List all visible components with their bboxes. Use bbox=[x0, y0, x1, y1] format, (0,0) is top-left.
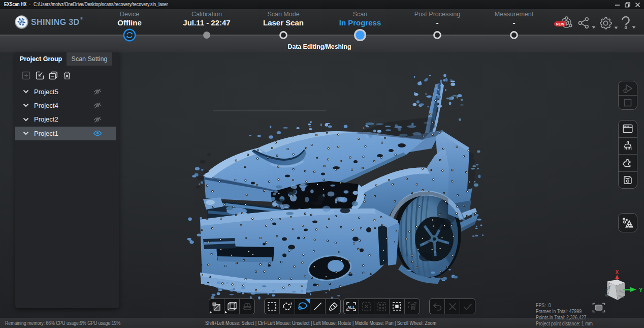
brush-select-button[interactable] bbox=[325, 299, 340, 314]
bottom-toolbar-group bbox=[429, 299, 475, 314]
project-name: Project5 bbox=[34, 88, 93, 96]
tab-scan-setting[interactable]: Scan Setting bbox=[67, 52, 112, 66]
active-tool-mark bbox=[305, 299, 310, 304]
step-value: Offline bbox=[89, 18, 170, 27]
workflow-step-post-processing[interactable]: Post Processing - bbox=[397, 11, 478, 27]
corner-options-mark bbox=[225, 311, 228, 313]
progress-node-post-processing[interactable] bbox=[433, 31, 441, 39]
title-separator: - bbox=[29, 2, 30, 7]
wireframe-view-button[interactable] bbox=[224, 299, 239, 314]
chevron-down-icon[interactable] bbox=[23, 131, 29, 135]
step-value: Laser Scan bbox=[243, 18, 324, 27]
save-data-button[interactable] bbox=[619, 171, 637, 189]
progress-node-calibration[interactable] bbox=[203, 32, 211, 39]
project-row-project4[interactable]: Project4 bbox=[15, 99, 116, 112]
rect-select-button[interactable] bbox=[265, 299, 279, 314]
share-icon[interactable] bbox=[577, 16, 596, 29]
project-panel: Project Group Scan Setting Project5 Proj… bbox=[15, 52, 119, 308]
shade-mode-button[interactable] bbox=[209, 299, 224, 314]
workflow-step-scan-mode[interactable]: Scan Mode Laser Scan bbox=[243, 11, 324, 27]
invert-select-button[interactable] bbox=[374, 299, 389, 314]
line-select-button[interactable] bbox=[310, 299, 325, 314]
community-icon[interactable]: NEW bbox=[559, 16, 574, 30]
confirm-button[interactable] bbox=[460, 299, 475, 314]
workflow-step-device[interactable]: Device Offline bbox=[89, 11, 170, 27]
plugins-button[interactable] bbox=[619, 154, 637, 171]
step-value: - bbox=[397, 18, 478, 27]
select-all-label: ALL bbox=[347, 305, 355, 309]
step-value: In Progress bbox=[319, 18, 401, 27]
project-row-project1[interactable]: Project1 bbox=[15, 127, 116, 140]
new-group-button[interactable] bbox=[20, 70, 31, 81]
bottom-toolbar-group bbox=[209, 299, 255, 314]
window-close-icon[interactable] bbox=[633, 1, 642, 9]
unselect-all-button[interactable] bbox=[359, 299, 374, 314]
settings-icon[interactable] bbox=[599, 16, 618, 30]
bottom-toolbar-group: ALL bbox=[343, 299, 420, 314]
undo-button[interactable] bbox=[430, 299, 444, 314]
progress-node-device[interactable] bbox=[123, 28, 136, 42]
progress-node-scan[interactable] bbox=[354, 29, 367, 42]
cancel-button[interactable] bbox=[444, 299, 460, 314]
shining3d-logo-icon bbox=[15, 15, 28, 29]
start-scan-button[interactable] bbox=[619, 81, 637, 95]
project-name: Project1 bbox=[34, 130, 93, 137]
chevron-down-icon[interactable] bbox=[23, 103, 29, 107]
step-label: Post Processing bbox=[397, 11, 478, 18]
tab-project-group[interactable]: Project Group bbox=[15, 52, 67, 66]
step-label: Device bbox=[89, 11, 170, 18]
eye-hidden-icon[interactable] bbox=[93, 102, 102, 109]
progress-node-measurement[interactable] bbox=[510, 31, 518, 39]
delete-selected-button[interactable] bbox=[404, 299, 420, 314]
step-label: Scan Mode bbox=[243, 11, 324, 18]
chevron-down-icon[interactable] bbox=[23, 90, 29, 94]
nav-axis-y: Y bbox=[623, 287, 643, 293]
stop-scan-button[interactable] bbox=[619, 95, 637, 109]
duplicate-project-button[interactable] bbox=[48, 70, 59, 81]
project-windows-button[interactable] bbox=[619, 121, 637, 137]
help-icon[interactable] bbox=[621, 16, 636, 29]
svg-text:X: X bbox=[616, 270, 619, 275]
right-toolbar-group bbox=[618, 213, 637, 232]
point-mesh-button[interactable] bbox=[619, 214, 637, 232]
app-title: EXScan HX bbox=[4, 2, 26, 7]
panel-toolbar bbox=[20, 70, 73, 81]
eye-hidden-icon[interactable] bbox=[93, 88, 102, 95]
brand: SHINING 3D ® bbox=[15, 15, 82, 29]
app-window: FPS: 0 Frames in Total: 47999 Points in … bbox=[0, 0, 644, 328]
workflow-step-scan[interactable]: Scan In Progress bbox=[319, 11, 401, 27]
delete-project-button[interactable] bbox=[61, 70, 73, 81]
chevron-down-icon[interactable] bbox=[23, 117, 29, 122]
orientation-cube[interactable]: Bottom Bottom Bottom X Y bbox=[584, 264, 644, 319]
window-restore-icon[interactable] bbox=[623, 1, 632, 9]
import-project-button[interactable] bbox=[34, 70, 45, 81]
select-all-button[interactable]: ALL bbox=[344, 299, 359, 314]
header: SHINING 3D ® Device OfflineCalibration J… bbox=[0, 9, 644, 35]
turntable-button[interactable] bbox=[239, 299, 254, 314]
workflow-step-measurement[interactable]: Measurement - bbox=[473, 11, 555, 27]
clean-data-button[interactable] bbox=[619, 137, 637, 155]
new-badge: NEW bbox=[554, 21, 566, 26]
lasso-select-button[interactable] bbox=[295, 299, 310, 314]
nav-axis-x: X bbox=[615, 270, 619, 280]
select-region-button[interactable] bbox=[389, 299, 404, 314]
workflow-step-calibration[interactable]: Calibration Jul.11 - 22:47 bbox=[166, 11, 247, 27]
viewport-stats: FPS: 0 Frames in Total: 47999 Points in … bbox=[536, 302, 593, 326]
step-label: Calibration bbox=[166, 11, 247, 18]
document-path: C:/Users/motvz/OneDrive/Desktop/scans/re… bbox=[34, 2, 168, 7]
eye-hidden-icon[interactable] bbox=[93, 116, 102, 123]
brand-name: SHINING 3D bbox=[31, 18, 80, 27]
bottom-toolbar-group bbox=[264, 299, 341, 314]
step-value: - bbox=[473, 18, 555, 27]
current-stage-label: Data Editing/Meshing bbox=[288, 43, 351, 50]
step-value: Jul.11 - 22:47 bbox=[166, 18, 247, 27]
nav-cube-body[interactable]: Bottom Bottom Bottom bbox=[604, 280, 626, 300]
project-name: Project4 bbox=[34, 102, 93, 109]
eye-visible-icon[interactable] bbox=[93, 130, 102, 137]
project-row-project2[interactable]: Project2 bbox=[15, 112, 116, 126]
polygon-select-button[interactable] bbox=[279, 299, 295, 314]
window-minimize-icon[interactable] bbox=[613, 1, 622, 9]
project-row-project5[interactable]: Project5 bbox=[15, 85, 116, 99]
corner-options-mark bbox=[210, 311, 212, 313]
progress-node-scan-mode[interactable] bbox=[279, 31, 287, 39]
